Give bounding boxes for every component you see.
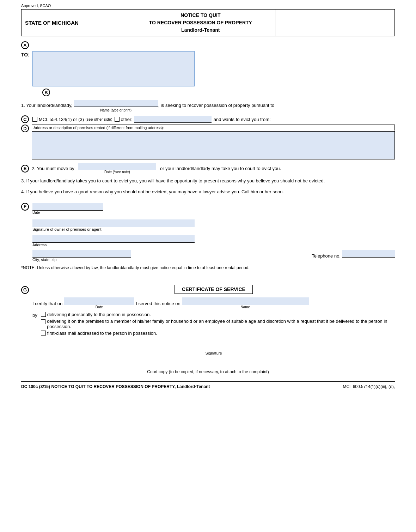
other-input[interactable] [134, 116, 212, 123]
date-note-label: Date (*see note) [78, 170, 156, 174]
signature-label: Signature [143, 351, 284, 355]
to-address-input[interactable] [32, 51, 195, 86]
circle-e: E [21, 165, 29, 173]
section-d-input[interactable] [32, 131, 395, 159]
date-input[interactable] [32, 203, 103, 211]
sig-owner-label: Signature of owner of premises or agent [32, 227, 395, 231]
section-a: A TO: B [21, 41, 395, 96]
cert-content: CERTIFICATE OF SERVICE I certify that on… [32, 285, 395, 355]
mcl-checkbox[interactable] [32, 117, 37, 122]
section-f-content: Date Signature of owner of premises or a… [32, 203, 395, 262]
final-sig-container: Signature [143, 350, 284, 355]
see-other-side: (see other side) [85, 117, 112, 121]
cert-date-input[interactable] [64, 297, 134, 305]
section3-text: 3. If your landlord/landlady takes you t… [21, 178, 325, 183]
delivery1-item: delivering it personally to the person i… [41, 312, 395, 317]
sig-final-line [143, 350, 284, 350]
row-b: B [42, 89, 395, 96]
footer-left: DC 100c (3/15) NOTICE TO QUIT TO RECOVER… [21, 384, 210, 389]
state-cell: STATE OF MICHIGAN [22, 10, 126, 36]
section2-prefix: 2. You must move by [32, 166, 74, 171]
footer-right: MCL 600.5714(1)(c)(iii), (e), [343, 384, 395, 389]
delivery1-checkbox[interactable] [41, 312, 46, 317]
court-copy: Court copy (to be copied, if necessary, … [21, 369, 395, 374]
section-c: C MCL 554.134(1) or (3) (see other side)… [21, 115, 395, 123]
title-line3: Landlord-Tenant [181, 27, 220, 33]
delivery2-checkbox[interactable] [41, 319, 45, 324]
section-1: 1. Your landlord/landlady, Name (type or… [21, 100, 395, 114]
cert-date-label: Date [64, 305, 134, 309]
circle-a: A [21, 41, 29, 49]
circle-b: B [42, 89, 50, 96]
delivery3-checkbox[interactable] [41, 331, 46, 335]
tel-group: Telephone no. [312, 250, 395, 262]
section-d-label: Address or description of premises rente… [32, 125, 395, 131]
section-e: E 2. You must move by Date (*see note) o… [21, 163, 395, 174]
to-label: TO: [21, 52, 30, 58]
circle-g: G [21, 286, 29, 294]
sig-owner-input[interactable] [32, 219, 195, 227]
mcl-checkbox-item: MCL 554.134(1) or (3) (see other side) [32, 117, 112, 122]
address-input[interactable] [32, 235, 195, 243]
section-a-row: A [21, 41, 395, 49]
by-options: delivering it personally to the person i… [41, 312, 395, 336]
move-by-date-group: Date (*see note) [78, 163, 156, 174]
section-d-row: D Address or description of premises ren… [21, 125, 395, 159]
cert-name-group: Name [182, 297, 309, 309]
mcl-label: MCL 554.134(1) or (3) [39, 117, 84, 122]
telephone-label: Telephone no. [312, 253, 341, 259]
address-label: Address [32, 243, 395, 247]
city-input[interactable] [32, 250, 131, 258]
telephone-input[interactable] [342, 250, 395, 258]
section-f: F Date Signature of owner of premises or… [21, 203, 395, 262]
by-row: by delivering it personally to the perso… [32, 312, 395, 336]
section1-suffix: , is seeking to recover possession of pr… [158, 101, 275, 110]
circle-c: C [21, 115, 29, 123]
certify-middle: I served this notice on [136, 301, 180, 306]
date-field-group: Date [32, 203, 395, 214]
delivery3-text: first-class mail addressed to the person… [47, 331, 157, 336]
header-right-cell [275, 10, 395, 36]
delivery3-item: first-class mail addressed to the person… [41, 331, 395, 336]
to-row: TO: [21, 51, 395, 86]
date-label: Date [32, 211, 103, 214]
footer-bar: DC 100c (3/15) NOTICE TO QUIT TO RECOVER… [21, 381, 395, 389]
city-label: City, state, zip [32, 258, 301, 262]
certify-prefix: I certify that on [32, 301, 62, 306]
title-cell: NOTICE TO QUIT TO RECOVER POSSESSION OF … [126, 10, 275, 36]
section-3: 3. If your landlord/landlady takes you t… [21, 177, 395, 185]
certificate-section: G CERTIFICATE OF SERVICE I certify that … [21, 281, 395, 355]
move-by-date-input[interactable] [78, 163, 156, 170]
cert-with-g: G CERTIFICATE OF SERVICE I certify that … [21, 285, 395, 355]
tel-row: Telephone no. [312, 250, 395, 259]
by-label: by [32, 313, 37, 318]
name-field-group: Name (type or print) [74, 100, 158, 114]
section4-text: 4. If you believe you have a good reason… [21, 189, 284, 194]
page: Approved, SCAO STATE OF MICHIGAN NOTICE … [14, 0, 402, 396]
circle-d: D [21, 125, 29, 132]
header-table: STATE OF MICHIGAN NOTICE TO QUIT TO RECO… [21, 9, 395, 36]
section-d-container: Address or description of premises rente… [32, 125, 395, 159]
title-line2: TO RECOVER POSSESSION OF PROPERTY [149, 20, 252, 25]
circle-f: F [21, 203, 29, 211]
cert-date-group: Date [64, 297, 134, 309]
cert-name-input[interactable] [182, 297, 309, 305]
section2-suffix: or your landlord/landlady may take you t… [160, 166, 281, 171]
city-tel-row: City, state, zip Telephone no. [32, 250, 395, 262]
address-row: Address [32, 235, 395, 247]
approved-text: Approved, SCAO [21, 4, 395, 8]
name-label: Name (type or print) [74, 107, 158, 114]
delivery2-text: delivering it on the premises to a membe… [47, 319, 395, 329]
note-text: *NOTE: Unless otherwise allowed by law, … [21, 265, 395, 270]
certificate-title: CERTIFICATE OF SERVICE [175, 285, 253, 294]
delivery1-text: delivering it personally to the person i… [47, 312, 151, 317]
section1-prefix: 1. Your landlord/landlady, [21, 101, 72, 110]
other-checkbox[interactable] [115, 117, 120, 122]
other-checkbox-item: other: [115, 116, 212, 123]
landlord-name-input[interactable] [74, 100, 158, 107]
section-4: 4. If you believe you have a good reason… [21, 188, 395, 196]
sig-owner-row: Signature of owner of premises or agent [32, 219, 395, 231]
footer-left-bold: DC 100c (3/15) NOTICE TO QUIT TO RECOVER… [21, 384, 210, 389]
state-label: STATE OF MICHIGAN [25, 20, 79, 26]
city-group: City, state, zip [32, 250, 301, 262]
